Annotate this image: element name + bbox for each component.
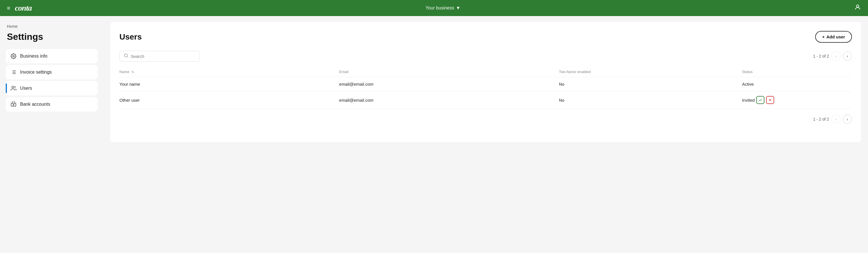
- search-row: 1 - 2 of 2 ‹ ›: [119, 51, 852, 62]
- sidebar-item-label: Invoice settings: [20, 70, 52, 75]
- sidebar: Home Settings Business info: [0, 16, 103, 253]
- app-header: ≡ conta Your business ▼: [0, 0, 868, 16]
- next-page-button[interactable]: ›: [843, 51, 852, 61]
- prev-page-button[interactable]: ‹: [831, 51, 840, 61]
- svg-line-12: [127, 57, 128, 57]
- cell-2fa: No: [559, 77, 742, 92]
- hamburger-icon[interactable]: ≡: [7, 5, 10, 11]
- sidebar-item-label: Bank accounts: [20, 102, 50, 107]
- col-header-2fa: Two-factor enabled: [559, 67, 742, 77]
- svg-rect-9: [11, 103, 16, 106]
- bank-icon: [10, 101, 17, 107]
- search-icon: [124, 53, 128, 59]
- gear-icon: [10, 53, 17, 59]
- breadcrumb: Home: [6, 24, 98, 29]
- bottom-pagination: 1 - 2 of 2 ‹ ›: [119, 115, 852, 124]
- business-label: Your business: [425, 5, 454, 11]
- sidebar-item-users[interactable]: Users: [6, 81, 98, 96]
- add-user-label: Add user: [826, 34, 845, 39]
- sidebar-nav: Business info Invoice settings: [6, 49, 98, 111]
- bottom-prev-page-button[interactable]: ‹: [831, 115, 840, 124]
- add-user-button[interactable]: + Add user: [815, 31, 852, 43]
- svg-point-11: [124, 54, 127, 57]
- users-title: Users: [119, 32, 142, 41]
- status-text: Active: [742, 82, 754, 86]
- main-content: Users + Add user: [103, 16, 868, 253]
- cell-email: email@email.com: [339, 77, 559, 92]
- cell-status: Active: [742, 77, 852, 92]
- status-text: Invited: [742, 98, 755, 103]
- search-input[interactable]: [131, 54, 195, 59]
- svg-point-10: [13, 104, 14, 105]
- page-title: Settings: [6, 32, 98, 42]
- sidebar-item-business-info[interactable]: Business info: [6, 49, 98, 63]
- col-header-name: Name ⇅: [119, 67, 339, 77]
- svg-point-8: [12, 86, 14, 88]
- sidebar-item-invoice-settings[interactable]: Invoice settings: [6, 65, 98, 79]
- sort-icon[interactable]: ⇅: [131, 70, 134, 74]
- bottom-next-page-button[interactable]: ›: [843, 115, 852, 124]
- cell-status: Invited: [742, 92, 852, 109]
- content-header: Users + Add user: [119, 31, 852, 43]
- content-card: Users + Add user: [110, 22, 861, 142]
- svg-point-0: [857, 5, 859, 7]
- col-name-label: Name: [119, 70, 129, 74]
- reject-user-button[interactable]: [766, 96, 774, 104]
- accept-user-button[interactable]: [756, 96, 764, 104]
- main-layout: Home Settings Business info: [0, 0, 868, 253]
- list-icon: [10, 69, 17, 75]
- users-icon: [10, 85, 17, 92]
- cell-2fa: No: [559, 92, 742, 109]
- svg-point-1: [13, 56, 14, 57]
- business-selector[interactable]: Your business ▼: [425, 5, 460, 11]
- table-row: Your name email@email.com No Active: [119, 77, 852, 92]
- plus-icon: +: [822, 34, 825, 39]
- col-header-status: Status: [742, 67, 852, 77]
- col-header-email: Email: [339, 67, 559, 77]
- table-row: Other user email@email.com No Invited: [119, 92, 852, 109]
- top-pagination: 1 - 2 of 2 ‹ ›: [813, 51, 852, 61]
- cell-name: Your name: [119, 77, 339, 92]
- cell-email: email@email.com: [339, 92, 559, 109]
- search-wrap: [119, 51, 200, 62]
- table-header-row: Name ⇅ Email Two-factor enabled Status: [119, 67, 852, 77]
- sidebar-item-label: Business info: [20, 53, 48, 59]
- user-profile-icon[interactable]: [854, 4, 861, 12]
- logo: conta: [15, 3, 32, 12]
- sidebar-item-bank-accounts[interactable]: Bank accounts: [6, 97, 98, 111]
- header-left: ≡ conta: [7, 3, 32, 12]
- chevron-down-icon: ▼: [456, 5, 460, 11]
- sidebar-item-label: Users: [20, 86, 32, 91]
- cell-name: Other user: [119, 92, 339, 109]
- users-table: Name ⇅ Email Two-factor enabled Status Y…: [119, 67, 852, 109]
- pagination-text: 1 - 2 of 2: [813, 54, 829, 59]
- bottom-pagination-text: 1 - 2 of 2: [813, 117, 829, 121]
